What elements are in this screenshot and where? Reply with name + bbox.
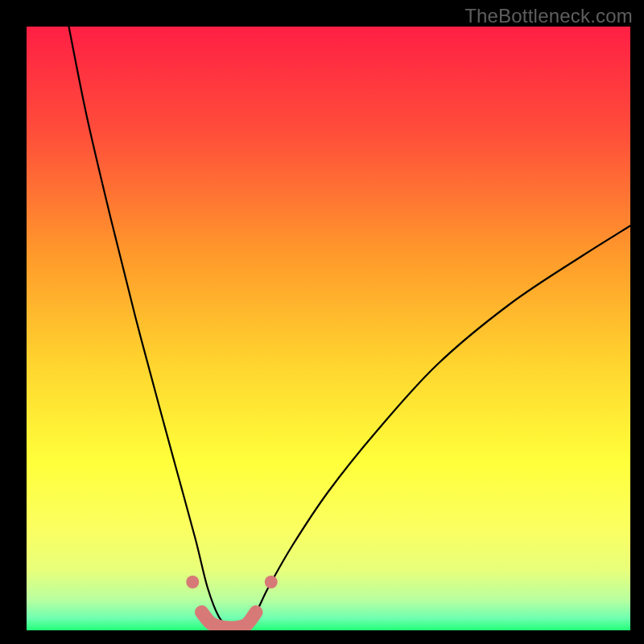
outer-frame: TheBottleneck.com (0, 0, 644, 644)
gradient-background (27, 27, 630, 630)
optimum-band-dot (265, 576, 278, 588)
chart-svg (27, 27, 630, 630)
watermark-text: TheBottleneck.com (464, 5, 633, 27)
plot-area (27, 27, 630, 630)
optimum-band-dot (186, 576, 199, 588)
